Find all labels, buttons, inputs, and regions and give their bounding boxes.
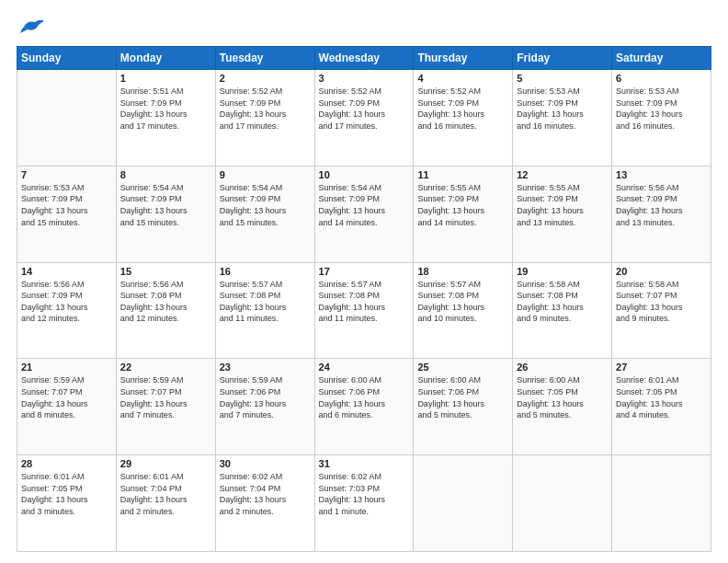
calendar-cell: 11Sunrise: 5:55 AMSunset: 7:09 PMDayligh… <box>414 166 513 262</box>
daylight-minutes-text: and 17 minutes. <box>220 121 279 131</box>
calendar-header-row: SundayMondayTuesdayWednesdayThursdayFrid… <box>17 47 711 70</box>
sunset-text: Sunset: 7:09 PM <box>517 194 578 203</box>
daylight-minutes-text: and 12 minutes. <box>21 314 80 323</box>
sunrise-text: Sunrise: 5:56 AM <box>616 183 679 192</box>
calendar-week-row: 7Sunrise: 5:53 AMSunset: 7:09 PMDaylight… <box>17 166 711 262</box>
day-number: 25 <box>417 362 508 373</box>
daylight-hours-text: Daylight: 13 hours <box>517 399 584 408</box>
sunset-text: Sunset: 7:09 PM <box>120 98 182 108</box>
sunset-text: Sunset: 7:09 PM <box>616 98 677 108</box>
sunset-text: Sunset: 7:09 PM <box>220 98 281 108</box>
daylight-hours-text: Daylight: 13 hours <box>319 109 386 119</box>
sunrise-text: Sunrise: 5:55 AM <box>517 183 580 192</box>
sunset-text: Sunset: 7:09 PM <box>417 194 479 203</box>
daylight-minutes-text: and 7 minutes. <box>220 410 274 419</box>
sunset-text: Sunset: 7:05 PM <box>517 387 578 396</box>
col-header-thursday: Thursday <box>414 47 513 70</box>
col-header-wednesday: Wednesday <box>314 47 414 70</box>
day-info: Sunrise: 5:57 AMSunset: 7:08 PMDaylight:… <box>220 279 311 325</box>
daylight-minutes-text: and 14 minutes. <box>417 218 476 227</box>
sunset-text: Sunset: 7:08 PM <box>220 291 281 300</box>
sunset-text: Sunset: 7:09 PM <box>120 194 182 203</box>
day-info: Sunrise: 6:01 AMSunset: 7:04 PMDaylight:… <box>120 471 211 517</box>
day-info: Sunrise: 5:55 AMSunset: 7:09 PMDaylight:… <box>517 182 608 228</box>
sunset-text: Sunset: 7:09 PM <box>319 194 381 203</box>
header <box>17 17 711 37</box>
calendar-cell: 7Sunrise: 5:53 AMSunset: 7:09 PMDaylight… <box>17 166 117 262</box>
sunset-text: Sunset: 7:09 PM <box>21 291 83 300</box>
daylight-minutes-text: and 10 minutes. <box>417 314 476 323</box>
daylight-hours-text: Daylight: 13 hours <box>220 495 287 504</box>
sunset-text: Sunset: 7:06 PM <box>417 387 479 396</box>
daylight-hours-text: Daylight: 13 hours <box>517 303 584 312</box>
day-number: 3 <box>319 73 410 84</box>
day-info: Sunrise: 6:02 AMSunset: 7:04 PMDaylight:… <box>220 471 311 517</box>
calendar-cell: 12Sunrise: 5:55 AMSunset: 7:09 PMDayligh… <box>513 166 612 262</box>
day-number: 13 <box>616 169 707 180</box>
sunrise-text: Sunrise: 6:00 AM <box>517 375 580 385</box>
daylight-minutes-text: and 15 minutes. <box>120 218 179 227</box>
calendar-cell: 28Sunrise: 6:01 AMSunset: 7:05 PMDayligh… <box>17 455 117 552</box>
day-info: Sunrise: 6:01 AMSunset: 7:05 PMDaylight:… <box>21 471 112 517</box>
day-info: Sunrise: 5:56 AMSunset: 7:08 PMDaylight:… <box>120 279 211 325</box>
day-info: Sunrise: 5:57 AMSunset: 7:08 PMDaylight:… <box>417 279 508 325</box>
daylight-minutes-text: and 5 minutes. <box>517 410 571 419</box>
sunrise-text: Sunrise: 6:01 AM <box>21 472 85 481</box>
calendar-cell: 1Sunrise: 5:51 AMSunset: 7:09 PMDaylight… <box>116 70 215 167</box>
col-header-saturday: Saturday <box>612 47 711 70</box>
day-number: 6 <box>616 73 707 84</box>
daylight-hours-text: Daylight: 13 hours <box>120 495 188 504</box>
calendar-cell: 31Sunrise: 6:02 AMSunset: 7:03 PMDayligh… <box>314 455 414 552</box>
day-info: Sunrise: 5:52 AMSunset: 7:09 PMDaylight:… <box>220 86 311 132</box>
sunset-text: Sunset: 7:09 PM <box>616 194 677 203</box>
col-header-sunday: Sunday <box>17 47 117 70</box>
daylight-minutes-text: and 16 minutes. <box>616 121 675 131</box>
day-info: Sunrise: 6:00 AMSunset: 7:05 PMDaylight:… <box>517 374 608 420</box>
daylight-minutes-text: and 2 minutes. <box>220 507 274 516</box>
calendar-cell <box>612 455 711 552</box>
day-info: Sunrise: 5:54 AMSunset: 7:09 PMDaylight:… <box>120 182 211 228</box>
sunset-text: Sunset: 7:09 PM <box>417 98 479 108</box>
daylight-minutes-text: and 16 minutes. <box>517 121 575 131</box>
sunrise-text: Sunrise: 6:02 AM <box>319 472 382 481</box>
calendar-cell: 21Sunrise: 5:59 AMSunset: 7:07 PMDayligh… <box>17 359 117 455</box>
sunrise-text: Sunrise: 5:58 AM <box>616 280 679 289</box>
daylight-hours-text: Daylight: 13 hours <box>21 495 88 504</box>
daylight-hours-text: Daylight: 13 hours <box>21 399 88 408</box>
day-info: Sunrise: 5:54 AMSunset: 7:09 PMDaylight:… <box>319 182 410 228</box>
sunrise-text: Sunrise: 5:54 AM <box>319 183 382 192</box>
day-info: Sunrise: 5:53 AMSunset: 7:09 PMDaylight:… <box>21 182 112 228</box>
daylight-hours-text: Daylight: 13 hours <box>220 399 287 408</box>
sunrise-text: Sunrise: 6:00 AM <box>417 375 481 385</box>
day-number: 15 <box>120 266 211 277</box>
calendar-cell: 29Sunrise: 6:01 AMSunset: 7:04 PMDayligh… <box>116 455 215 552</box>
col-header-friday: Friday <box>513 47 612 70</box>
day-number: 4 <box>417 73 508 84</box>
sunrise-text: Sunrise: 5:56 AM <box>120 280 184 289</box>
calendar-cell: 16Sunrise: 5:57 AMSunset: 7:08 PMDayligh… <box>215 262 314 359</box>
daylight-hours-text: Daylight: 13 hours <box>616 303 683 312</box>
daylight-hours-text: Daylight: 13 hours <box>417 206 484 215</box>
calendar-cell: 19Sunrise: 5:58 AMSunset: 7:08 PMDayligh… <box>513 262 612 359</box>
sunset-text: Sunset: 7:08 PM <box>517 291 578 300</box>
day-info: Sunrise: 5:56 AMSunset: 7:09 PMDaylight:… <box>616 182 707 228</box>
day-info: Sunrise: 6:02 AMSunset: 7:03 PMDaylight:… <box>319 471 410 517</box>
daylight-minutes-text: and 16 minutes. <box>417 121 476 131</box>
daylight-hours-text: Daylight: 13 hours <box>120 303 188 312</box>
daylight-hours-text: Daylight: 13 hours <box>616 109 683 119</box>
daylight-minutes-text: and 8 minutes. <box>21 410 75 419</box>
day-info: Sunrise: 5:56 AMSunset: 7:09 PMDaylight:… <box>21 279 112 325</box>
calendar-cell: 4Sunrise: 5:52 AMSunset: 7:09 PMDaylight… <box>414 70 513 167</box>
sunset-text: Sunset: 7:04 PM <box>220 484 281 493</box>
daylight-hours-text: Daylight: 13 hours <box>319 495 386 504</box>
day-info: Sunrise: 6:00 AMSunset: 7:06 PMDaylight:… <box>417 374 508 420</box>
daylight-hours-text: Daylight: 13 hours <box>616 206 683 215</box>
calendar-table: SundayMondayTuesdayWednesdayThursdayFrid… <box>17 46 711 552</box>
daylight-hours-text: Daylight: 13 hours <box>220 303 287 312</box>
day-number: 5 <box>517 73 608 84</box>
page: SundayMondayTuesdayWednesdayThursdayFrid… <box>0 0 728 563</box>
calendar-cell: 27Sunrise: 6:01 AMSunset: 7:05 PMDayligh… <box>612 359 711 455</box>
sunset-text: Sunset: 7:09 PM <box>517 98 578 108</box>
daylight-hours-text: Daylight: 13 hours <box>517 206 584 215</box>
calendar-cell: 15Sunrise: 5:56 AMSunset: 7:08 PMDayligh… <box>116 262 215 359</box>
